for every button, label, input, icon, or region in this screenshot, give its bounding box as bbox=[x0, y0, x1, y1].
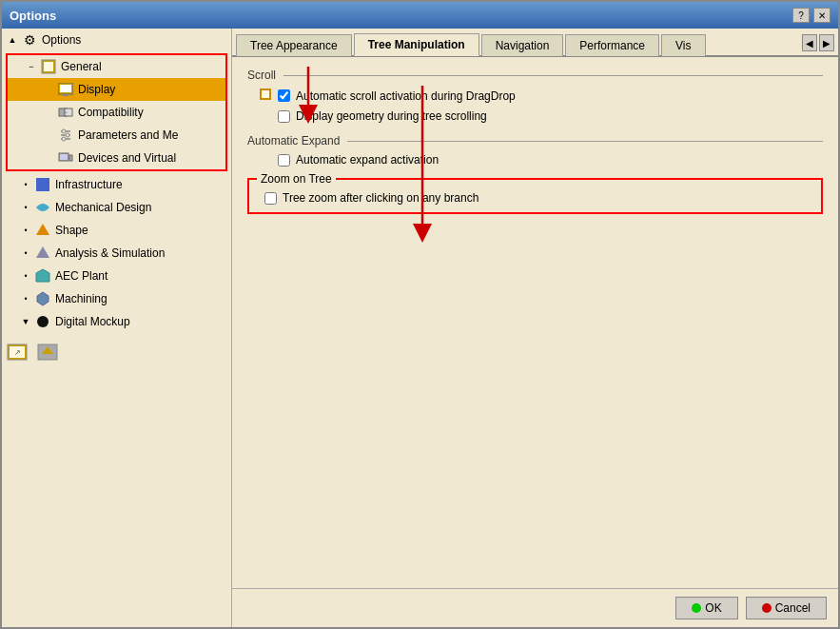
sidebar-item-analysis[interactable]: • Analysis & Simulation bbox=[2, 242, 231, 265]
sidebar-item-infrastructure[interactable]: • Infrastructure bbox=[2, 173, 231, 196]
tab-vis[interactable]: Vis bbox=[661, 34, 705, 56]
sidebar-item-options[interactable]: ▲ ⚙ Options bbox=[2, 29, 231, 51]
expand-icon-general: − bbox=[25, 60, 38, 73]
icon-options: ⚙ bbox=[21, 31, 38, 49]
tab-tree-appearance[interactable]: Tree Appearance bbox=[236, 34, 352, 56]
svg-text:↗: ↗ bbox=[14, 348, 21, 357]
sidebar-item-machining-label: Machining bbox=[55, 292, 107, 305]
icon-bottom-left: ↗ bbox=[6, 341, 29, 366]
expand-icon-shape: • bbox=[19, 224, 32, 237]
expand-icon-display bbox=[42, 83, 55, 96]
close-button[interactable]: ✕ bbox=[813, 8, 830, 23]
sidebar-item-infrastructure-label: Infrastructure bbox=[55, 178, 123, 191]
sidebar-item-compatibility-label: Compatibility bbox=[78, 106, 144, 119]
sidebar-item-devices-label: Devices and Virtual bbox=[78, 151, 176, 165]
zoom-label: Tree zoom after clicking on any branch bbox=[283, 191, 479, 205]
cancel-button[interactable]: Cancel bbox=[746, 597, 827, 619]
svg-point-21 bbox=[37, 316, 49, 327]
tab-performance[interactable]: Performance bbox=[565, 34, 659, 56]
zoom-section-title: Zoom on Tree bbox=[257, 172, 336, 186]
sidebar-item-analysis-label: Analysis & Simulation bbox=[55, 246, 165, 260]
sidebar-item-display[interactable]: Display bbox=[8, 78, 225, 101]
sidebar-item-shape[interactable]: • Shape bbox=[2, 219, 231, 242]
tab-next-button[interactable]: ▶ bbox=[819, 34, 834, 51]
svg-rect-3 bbox=[60, 85, 71, 92]
dialog-body: ▲ ⚙ Options − General bbox=[2, 29, 838, 627]
sidebar-bottom-icons: ↗ bbox=[2, 333, 231, 374]
display-geometry-row: Display geometry during tree scrolling bbox=[247, 109, 823, 123]
expand-icon-options: ▲ bbox=[6, 33, 19, 47]
sidebar-item-parameters-label: Parameters and Me bbox=[78, 128, 178, 142]
sidebar-item-general-label: General bbox=[61, 60, 102, 73]
help-button[interactable]: ? bbox=[792, 8, 810, 23]
expand-icon-analysis: • bbox=[19, 246, 32, 260]
icon-aec bbox=[34, 267, 51, 285]
tab-navigation[interactable]: Navigation bbox=[481, 34, 564, 56]
svg-rect-17 bbox=[36, 178, 49, 191]
icon-analysis bbox=[34, 245, 51, 262]
expand-icon-infrastructure: • bbox=[19, 178, 32, 191]
svg-marker-19 bbox=[36, 246, 49, 258]
content-area: Scroll Automatic scroll activation durin… bbox=[232, 57, 838, 588]
svg-point-12 bbox=[66, 133, 69, 137]
expand-icon-aec: • bbox=[19, 269, 32, 283]
expand-icon-mechanical: • bbox=[19, 201, 32, 214]
auto-scroll-label: Automatic scroll activation during DragD… bbox=[296, 89, 516, 103]
display-geometry-label: Display geometry during tree scrolling bbox=[296, 109, 487, 123]
auto-scroll-row: Automatic scroll activation during DragD… bbox=[247, 88, 823, 104]
scroll-section-title: Scroll bbox=[247, 69, 823, 82]
tabs-bar: Tree Appearance Tree Manipulation Naviga… bbox=[232, 29, 838, 57]
zoom-on-tree-section: Zoom on Tree Tree zoom after clicking on… bbox=[247, 178, 823, 214]
ok-button[interactable]: OK bbox=[675, 597, 737, 619]
icon-shape bbox=[34, 222, 51, 239]
expand-icon-digital: ▼ bbox=[19, 315, 32, 328]
expand-icon-parameters bbox=[42, 128, 55, 142]
icon-display bbox=[57, 81, 74, 98]
sidebar-item-parameters[interactable]: Parameters and Me bbox=[8, 124, 225, 147]
sidebar-item-aec[interactable]: • AEC Plant bbox=[2, 265, 231, 287]
zoom-checkbox[interactable] bbox=[264, 192, 277, 205]
sidebar-item-compatibility[interactable]: ↔ Compatibility bbox=[8, 101, 225, 124]
title-controls: ? ✕ bbox=[792, 8, 830, 23]
auto-expand-section-title: Automatic Expand bbox=[247, 134, 823, 147]
svg-rect-28 bbox=[262, 90, 269, 98]
display-geometry-checkbox[interactable] bbox=[278, 110, 290, 123]
tab-prev-button[interactable]: ◀ bbox=[802, 34, 817, 51]
sidebar-item-mechanical[interactable]: • Mechanical Design bbox=[2, 196, 231, 219]
sidebar-item-digital[interactable]: ▼ Digital Mockup bbox=[2, 310, 231, 333]
expand-icon-machining: • bbox=[19, 292, 32, 305]
svg-marker-18 bbox=[36, 224, 49, 235]
sidebar-item-digital-label: Digital Mockup bbox=[55, 315, 130, 328]
cancel-icon bbox=[762, 603, 772, 613]
general-group-border: − General bbox=[6, 53, 227, 171]
sidebar-item-machining[interactable]: • Machining bbox=[2, 287, 231, 310]
auto-scroll-checkbox[interactable] bbox=[278, 89, 290, 102]
tab-tree-manipulation[interactable]: Tree Manipulation bbox=[354, 33, 479, 56]
icon-digital bbox=[34, 313, 51, 330]
svg-point-11 bbox=[62, 129, 66, 133]
sidebar-item-shape-label: Shape bbox=[55, 224, 88, 237]
expand-icon-devices bbox=[42, 151, 55, 165]
auto-expand-checkbox[interactable] bbox=[278, 154, 290, 167]
scroll-icon bbox=[259, 88, 272, 104]
sidebar-item-options-label: Options bbox=[42, 33, 81, 47]
svg-text:↔: ↔ bbox=[63, 109, 68, 115]
svg-rect-4 bbox=[63, 94, 68, 96]
options-dialog: Options ? ✕ ▲ ⚙ Options − bbox=[0, 0, 840, 629]
sidebar-item-general[interactable]: − General bbox=[8, 55, 225, 78]
sidebar-item-display-label: Display bbox=[78, 83, 115, 96]
expand-icon-compatibility bbox=[42, 106, 55, 119]
ok-label: OK bbox=[705, 601, 721, 615]
bottom-bar: OK Cancel bbox=[232, 588, 838, 627]
cancel-label: Cancel bbox=[775, 601, 811, 615]
sidebar-item-devices[interactable]: Devices and Virtual bbox=[8, 147, 225, 169]
title-bar: Options ? ✕ bbox=[2, 2, 838, 29]
zoom-checkbox-row: Tree zoom after clicking on any branch bbox=[261, 191, 810, 205]
svg-rect-16 bbox=[69, 155, 72, 161]
main-panel: Tree Appearance Tree Manipulation Naviga… bbox=[232, 29, 838, 627]
svg-point-13 bbox=[62, 137, 66, 141]
svg-marker-20 bbox=[37, 292, 49, 305]
icon-machining bbox=[34, 290, 51, 307]
auto-expand-row: Automatic expand activation bbox=[247, 153, 823, 167]
tab-nav-arrows: ◀ ▶ bbox=[802, 34, 838, 55]
